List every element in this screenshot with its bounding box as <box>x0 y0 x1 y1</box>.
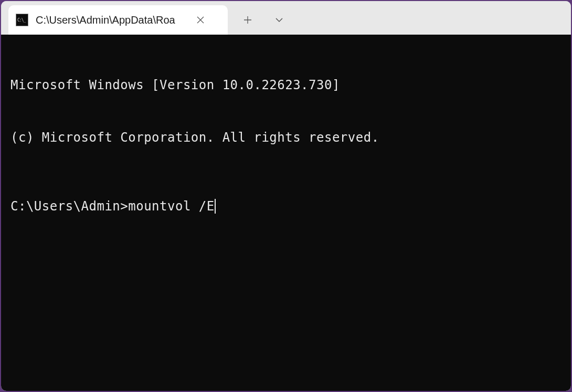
tab-title: C:\Users\Admin\AppData\Roa <box>36 14 188 26</box>
tab-bar: C:\_ C:\Users\Admin\AppData\Roa <box>1 1 571 35</box>
terminal-window: C:\_ C:\Users\Admin\AppData\Roa <box>1 1 571 391</box>
terminal-prompt: C:\Users\Admin> <box>10 198 128 215</box>
terminal-command: mountvol /E <box>128 198 214 215</box>
plus-icon <box>243 16 252 24</box>
terminal-content[interactable]: Microsoft Windows [Version 10.0.22623.73… <box>1 35 571 391</box>
terminal-banner-line2: (c) Microsoft Corporation. All rights re… <box>10 129 562 146</box>
tab-dropdown-button[interactable] <box>269 9 290 30</box>
terminal-prompt-line: C:\Users\Admin>mountvol /E <box>10 198 562 215</box>
cmd-icon: C:\_ <box>16 14 28 26</box>
terminal-banner-line1: Microsoft Windows [Version 10.0.22623.73… <box>10 77 562 94</box>
close-icon <box>197 16 204 24</box>
new-tab-button[interactable] <box>237 9 258 30</box>
terminal-cursor <box>215 199 216 214</box>
tab-close-button[interactable] <box>193 13 208 27</box>
tab-active[interactable]: C:\_ C:\Users\Admin\AppData\Roa <box>8 5 228 35</box>
tabbar-controls <box>237 5 290 35</box>
chevron-down-icon <box>275 17 283 23</box>
